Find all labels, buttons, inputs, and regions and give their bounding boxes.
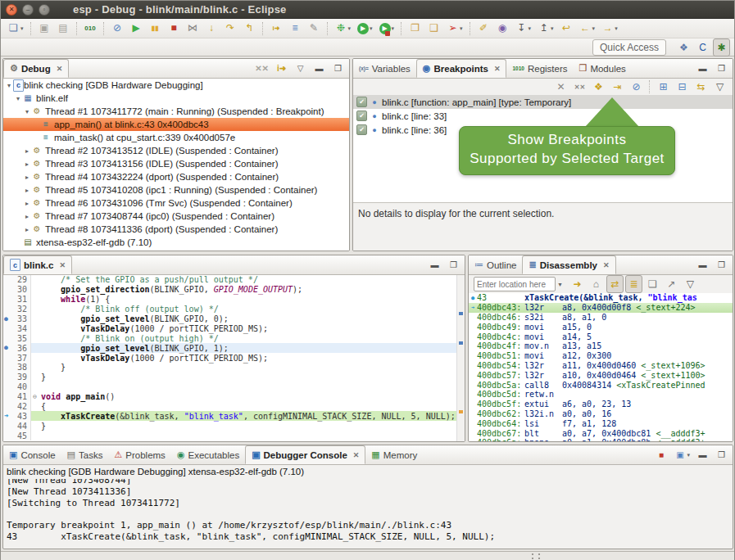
editor-tab-blink-c[interactable]: cblink.c✕	[3, 255, 72, 274]
open-perspective-icon[interactable]: ❖	[675, 38, 692, 56]
bottom-tab-executables[interactable]: ◉Executables	[171, 445, 245, 464]
breakpoint-marker-icon[interactable]: ●	[4, 345, 14, 351]
step-into-icon[interactable]: ↓	[203, 20, 220, 38]
debug-icon[interactable]: ❉▾	[333, 20, 354, 38]
step-filters-icon[interactable]: ≡	[287, 20, 304, 38]
maximize-icon[interactable]: ❐	[329, 61, 347, 77]
minimize-icon[interactable]: ▬	[311, 61, 328, 77]
breakpoint-row[interactable]: ✔●blink.c [line: 33]	[353, 109, 733, 123]
skip-all-breakpoints-icon[interactable]: ⊘	[109, 20, 126, 38]
expand-all-icon[interactable]: ⊞	[655, 78, 672, 96]
sync-with-selection-icon[interactable]: ⇄	[606, 275, 624, 293]
minimize-icon[interactable]: ▬	[694, 447, 711, 463]
debug-tree-row[interactable]: ≡app_main() at blink.c:43 0x400dbc43	[3, 118, 349, 131]
location-input[interactable]	[474, 277, 556, 291]
close-tab-icon[interactable]: ✕	[57, 65, 63, 73]
step-over-icon[interactable]: ↷	[222, 20, 239, 38]
add-function-breakpoint-icon[interactable]: ⇥	[609, 78, 626, 96]
tree-expand-icon[interactable]: ▸	[23, 174, 31, 181]
remove-all-breakpoints-icon[interactable]: ✕✕	[571, 78, 588, 96]
load-folder-icon[interactable]: ❑	[425, 20, 442, 38]
debug-tree-row[interactable]: ▸⚙Thread #5 1073410208 (ipc1 : Running) …	[3, 183, 349, 196]
minimize-icon[interactable]: ▬	[694, 257, 711, 273]
flash-target-icon[interactable]: ➢▾	[444, 20, 465, 38]
debug-tree-row[interactable]: ▸⚙Thread #6 1073431096 (Tmr Svc) (Suspen…	[3, 196, 349, 210]
copy-icon[interactable]: ❏	[644, 275, 661, 293]
maximize-icon[interactable]: ❐	[713, 61, 730, 77]
instruction-stepping-icon[interactable]: i➜	[268, 20, 285, 38]
instruction-stepping-mode-icon[interactable]: i➜	[273, 61, 290, 77]
bottom-tab-console[interactable]: ▣Console	[3, 445, 61, 464]
bottom-tab-memory[interactable]: ▦Memory	[365, 445, 423, 464]
close-tab-icon[interactable]: ✕	[59, 261, 66, 269]
bottom-tab-problems[interactable]: ⚠Problems	[108, 445, 170, 464]
view-menu-icon[interactable]: ▽	[292, 61, 309, 77]
debug-perspective-icon[interactable]: ✱	[713, 38, 730, 56]
debug-tree-row[interactable]: ▸⚙Thread #4 1073432224 (dport) (Suspende…	[3, 170, 349, 183]
previous-annotation-icon[interactable]: ↥▾	[535, 20, 556, 38]
statusbar-grip[interactable]	[532, 553, 540, 559]
skip-all-breakpoints-icon[interactable]: ⊘	[628, 78, 645, 96]
minimize-icon[interactable]: ▬	[426, 257, 443, 273]
top-right-tab-registers[interactable]: 1010Registers	[506, 59, 573, 78]
maximize-icon[interactable]: ❐	[445, 257, 462, 273]
display-selected-console-icon[interactable]: ▣▾	[671, 447, 692, 463]
profile-icon[interactable]: ✎	[306, 20, 323, 38]
external-tools-icon[interactable]: ▶▾	[377, 20, 397, 38]
breakpoint-checkbox[interactable]: ✔	[356, 97, 367, 107]
show-source-icon[interactable]: ≣	[625, 275, 642, 293]
tree-expand-icon[interactable]: ▸	[23, 160, 31, 168]
debug-tree-row[interactable]: ▾▦blink.elf	[3, 92, 349, 105]
save-all-icon[interactable]: ▤	[55, 20, 72, 38]
resume-icon[interactable]: ▶	[128, 20, 145, 38]
code-editor[interactable]: 29 /* Set the GPIO as a push/pull output…	[3, 275, 465, 441]
minimize-window-icon[interactable]: –	[22, 4, 34, 16]
fold-marker-icon[interactable]: ⊖	[33, 393, 41, 400]
run-icon[interactable]: ▶▾	[355, 20, 375, 38]
step-return-icon[interactable]: ↰	[241, 20, 258, 38]
tree-expand-icon[interactable]: ▾	[23, 108, 31, 115]
terminate-icon[interactable]: ■	[652, 447, 669, 463]
tree-expand-icon[interactable]: ▸	[23, 226, 31, 233]
debug-tree-row[interactable]: ▤xtensa-esp32-elf-gdb (7.10)	[3, 236, 349, 249]
view-menu-icon[interactable]: ▽	[711, 78, 728, 96]
close-window-icon[interactable]: ✕	[6, 4, 17, 16]
home-icon[interactable]: ⌂	[588, 275, 605, 293]
breakpoint-checkbox[interactable]: ✔	[356, 111, 367, 121]
maximize-icon[interactable]: ❐	[713, 257, 730, 273]
export-icon[interactable]: ↗	[663, 275, 680, 293]
maximize-window-icon[interactable]: ▫	[39, 4, 50, 16]
top-right-tab-variables[interactable]: (x)=Variables	[353, 59, 416, 78]
top-right-tab-modules[interactable]: ❒Modules	[574, 59, 632, 78]
tree-expand-icon[interactable]: ▸	[23, 200, 31, 207]
close-tab-icon[interactable]: ✕	[494, 65, 501, 73]
middle-right-tab-outline[interactable]: ≔Outline	[469, 255, 522, 274]
c-cpp-perspective-icon[interactable]: C	[694, 38, 711, 56]
console-output[interactable]: [New Thread 1073408744][New Thread 10734…	[7, 479, 729, 547]
mark-occurrences-icon[interactable]: ◉	[494, 20, 511, 38]
tree-expand-icon[interactable]: ▾	[14, 95, 22, 102]
bottom-tab-debugger-console[interactable]: ▣Debugger Console✕	[245, 445, 365, 464]
terminate-icon[interactable]: ■	[166, 20, 183, 38]
bottom-tab-tasks[interactable]: ▤Tasks	[61, 445, 109, 464]
tree-expand-icon[interactable]: ▾	[5, 82, 13, 89]
debug-view-tab-debug[interactable]: ⚙Debug✕	[3, 59, 69, 78]
tree-expand-icon[interactable]: ▸	[23, 187, 31, 194]
link-with-debug-view-icon[interactable]: ⇆	[692, 78, 710, 96]
breakpoint-row[interactable]: ✔●blink.c [function: app_main] [type: Te…	[353, 95, 733, 109]
top-right-tab-breakpoints[interactable]: ◉Breakpoints✕	[416, 59, 507, 78]
tree-expand-icon[interactable]: ▸	[23, 213, 31, 220]
forward-icon[interactable]: →▾	[599, 20, 620, 38]
close-tab-icon[interactable]: ✕	[353, 451, 360, 459]
remove-terminated-icon[interactable]: ✕✕	[252, 61, 271, 77]
next-annotation-icon[interactable]: ↧▾	[513, 20, 534, 38]
debug-tree-row[interactable]: ▾cblink checking [GDB Hardware Debugging…	[3, 79, 349, 92]
highlighter-icon[interactable]: ✐	[475, 20, 492, 38]
last-edit-location-icon[interactable]: ↩	[558, 20, 575, 38]
remove-breakpoint-icon[interactable]: ✕	[552, 78, 569, 96]
middle-right-tab-disassembly[interactable]: ≣Disassembly✕	[522, 255, 615, 274]
debug-tree-row[interactable]: ▸⚙Thread #2 1073413512 (IDLE) (Suspended…	[3, 144, 349, 157]
new-wizard-icon[interactable]: ❏▾	[5, 20, 26, 38]
tree-expand-icon[interactable]: ▸	[23, 147, 31, 155]
breakpoint-marker-icon[interactable]: ●	[4, 316, 14, 323]
